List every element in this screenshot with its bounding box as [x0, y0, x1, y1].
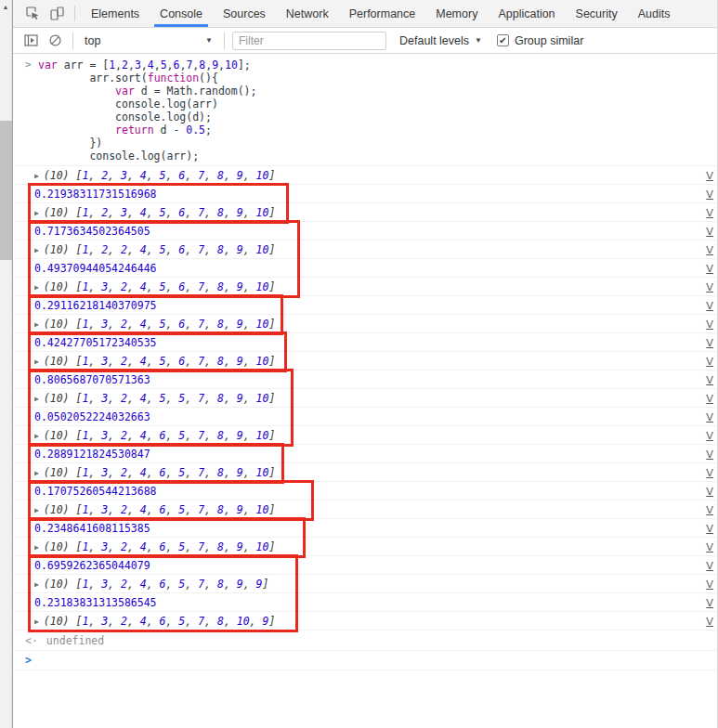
source-location-link[interactable]: V	[706, 504, 713, 515]
expand-triangle-icon[interactable]: ▶	[34, 246, 39, 254]
execution-context-selector[interactable]: top ▼	[79, 34, 218, 47]
source-location-link[interactable]: V	[706, 263, 713, 274]
expand-triangle-icon[interactable]: ▶	[34, 283, 39, 292]
source-location-link[interactable]: V	[706, 411, 713, 422]
inspect-element-icon[interactable]	[20, 0, 45, 27]
expand-triangle-icon[interactable]: ▶	[34, 209, 39, 217]
expand-triangle-icon[interactable]: ▶	[34, 506, 39, 514]
array-bracket: ]	[268, 615, 275, 628]
array-preview: (10) [1, 3, 2, 4, 5, 5, 7, 8, 9, 10]	[44, 392, 276, 405]
source-location-link[interactable]: V	[706, 541, 713, 552]
array-value: 9	[237, 466, 243, 479]
console-sidebar-toggle-icon[interactable]	[19, 34, 43, 46]
array-comma: ,	[127, 392, 140, 405]
source-location-link[interactable]: V	[706, 170, 713, 181]
source-location-link[interactable]: V	[706, 393, 713, 404]
log-levels-dropdown[interactable]: Default levels ▼	[396, 34, 486, 47]
expand-triangle-icon[interactable]: ▶	[34, 358, 39, 366]
source-location-link[interactable]: V	[706, 337, 713, 348]
source-location-link[interactable]: V	[706, 226, 713, 237]
array-value: 2	[121, 615, 127, 628]
expand-triangle-icon[interactable]: ▶	[34, 395, 39, 403]
array-comma: ,	[108, 318, 121, 331]
tab-elements[interactable]: Elements	[85, 0, 145, 27]
scrollbar-thumb[interactable]	[0, 121, 12, 260]
expand-triangle-icon[interactable]: ▶	[34, 432, 39, 440]
device-toolbar-icon[interactable]	[45, 0, 69, 27]
logged-number: 0.2348641608115385	[34, 522, 150, 535]
array-preview: (10) [1, 3, 2, 4, 6, 5, 7, 8, 9, 10]	[44, 503, 276, 516]
array-count: (10) [	[44, 243, 83, 256]
console-entry-content: ▶(10) [1, 2, 3, 4, 5, 6, 7, 8, 9, 10]	[34, 169, 698, 182]
array-comma: ,	[204, 169, 217, 182]
array-value: 2	[121, 355, 127, 368]
console-entry-content: ▶(10) [1, 3, 2, 4, 5, 6, 7, 8, 9, 10]	[34, 355, 698, 368]
array-bracket: ]	[262, 578, 268, 591]
array-value: 4	[140, 429, 147, 442]
array-value: 9	[237, 429, 243, 442]
array-comma: ,	[243, 280, 256, 293]
array-value: 9	[237, 392, 243, 405]
tab-audits[interactable]: Audits	[633, 0, 676, 27]
source-location-link[interactable]: V	[706, 300, 713, 311]
array-value: 6	[160, 540, 166, 553]
array-value: 8	[217, 280, 224, 293]
filter-input[interactable]	[232, 32, 386, 50]
expand-triangle-icon[interactable]: ▶	[34, 618, 39, 626]
source-location-link[interactable]: V	[706, 486, 713, 497]
console-input-row[interactable]: >	[13, 651, 717, 670]
array-preview: (10) [1, 3, 2, 4, 6, 5, 7, 8, 10, 9]	[44, 615, 276, 628]
source-location-link[interactable]: V	[706, 374, 713, 385]
group-similar-checkbox[interactable]: ✔	[497, 34, 509, 46]
source-location-link[interactable]: V	[706, 207, 713, 218]
array-bracket: ]	[268, 540, 275, 553]
clear-console-icon[interactable]	[43, 33, 67, 47]
array-preview: (10) [1, 3, 2, 4, 6, 5, 7, 8, 9, 9]	[44, 578, 269, 591]
array-value: 4	[140, 243, 147, 256]
source-location-link[interactable]: V	[706, 356, 713, 367]
array-comma: ,	[108, 503, 121, 516]
source-location-link[interactable]: V	[706, 616, 713, 627]
array-preview: (10) [1, 2, 3, 4, 5, 6, 7, 8, 9, 10]	[44, 169, 276, 182]
tab-sources[interactable]: Sources	[217, 0, 271, 27]
expand-triangle-icon[interactable]: ▶	[34, 320, 39, 329]
array-comma: ,	[108, 578, 121, 591]
return-arrow-icon: <·	[25, 634, 38, 647]
source-location-link[interactable]: V	[706, 430, 713, 441]
array-count: (10) [	[44, 503, 83, 516]
source-location-link[interactable]: V	[706, 560, 713, 571]
tab-application[interactable]: Application	[492, 0, 560, 27]
console-entry-content: 0.49370944054246446	[34, 262, 698, 275]
console-entry-content: 0.7173634502364505	[34, 225, 698, 238]
tab-console[interactable]: Console	[154, 0, 208, 27]
console-entry-array: ▶(10) [1, 3, 2, 4, 6, 5, 7, 8, 9, 10]V	[13, 500, 717, 519]
array-value: 10	[256, 355, 269, 368]
tab-memory[interactable]: Memory	[430, 0, 483, 27]
source-location-link[interactable]: V	[706, 578, 713, 590]
source-location-link[interactable]: V	[706, 597, 713, 608]
expand-triangle-icon[interactable]: ▶	[34, 580, 39, 589]
tab-performance[interactable]: Performance	[344, 0, 422, 27]
code-token: ,	[154, 58, 161, 72]
console-entry-content: 0.2889121824530847	[34, 448, 698, 461]
console-entry-array: ▶(10) [1, 3, 2, 4, 6, 5, 7, 8, 9, 10]V	[13, 463, 717, 482]
page-vertical-scrollbar[interactable]: ▲	[0, 0, 12, 728]
expand-triangle-icon[interactable]: ▶	[34, 172, 39, 180]
expand-triangle-icon[interactable]: ▶	[34, 543, 39, 552]
source-location-link[interactable]: V	[706, 244, 713, 255]
source-location-link[interactable]: V	[706, 467, 713, 478]
source-location-link[interactable]: V	[706, 188, 713, 200]
scrollbar-up-arrow-icon[interactable]: ▲	[0, 0, 11, 13]
console-entry-content: ▶(10) [1, 3, 2, 4, 6, 5, 7, 8, 9, 10]	[34, 466, 698, 479]
array-comma: ,	[204, 280, 217, 293]
console-entry-array: ▶(10) [1, 2, 3, 4, 5, 6, 7, 8, 9, 10]V	[13, 203, 717, 222]
tab-security[interactable]: Security	[570, 0, 623, 27]
code-token: ,	[128, 58, 135, 72]
source-location-link[interactable]: V	[706, 448, 713, 460]
tab-network[interactable]: Network	[281, 0, 334, 27]
source-location-link[interactable]: V	[706, 523, 713, 534]
array-comma: ,	[88, 169, 101, 182]
expand-triangle-icon[interactable]: ▶	[34, 469, 39, 477]
source-location-link[interactable]: V	[706, 281, 713, 292]
source-location-link[interactable]: V	[706, 318, 713, 330]
